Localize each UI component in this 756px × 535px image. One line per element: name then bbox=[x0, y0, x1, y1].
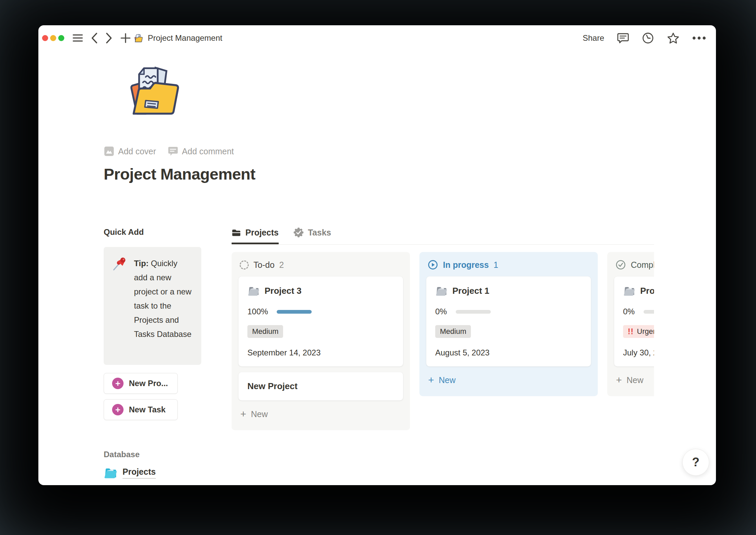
new-project-button[interactable]: + New Pro... bbox=[104, 373, 178, 394]
gray-folder-icon bbox=[247, 285, 260, 296]
share-button[interactable]: Share bbox=[583, 33, 604, 43]
help-button[interactable]: ? bbox=[682, 449, 709, 476]
urgent-icon: !! bbox=[628, 327, 633, 336]
gray-folder-icon bbox=[435, 285, 447, 296]
column-todo: To-do 2 Project 3 bbox=[232, 252, 410, 430]
todo-status-icon bbox=[240, 260, 249, 270]
new-tab-icon[interactable] bbox=[120, 33, 131, 43]
progress-percent: 100% bbox=[247, 307, 268, 316]
more-options-icon[interactable] bbox=[692, 36, 706, 40]
project-card[interactable]: Project 3 100% Medium September 14, 2023 bbox=[238, 276, 403, 367]
new-task-button[interactable]: + New Task bbox=[104, 399, 178, 420]
complete-status-icon bbox=[615, 259, 626, 270]
traffic-lights bbox=[42, 35, 64, 41]
project-card[interactable]: Project 1 0% Medium August 5, 2023 bbox=[426, 276, 591, 367]
title-bar: Project Management Share bbox=[38, 25, 716, 51]
tabs-divider bbox=[232, 244, 654, 245]
quick-add-heading: Quick Add bbox=[104, 227, 201, 237]
plus-icon: + bbox=[240, 409, 246, 419]
card-title: Project 3 bbox=[265, 286, 302, 296]
priority-tag-urgent: !! Urgent bbox=[623, 325, 654, 338]
progress-bar bbox=[644, 310, 654, 314]
project-card[interactable]: Proje 0% !! Urgent July 30, 2 bbox=[614, 276, 654, 367]
progress-percent: 0% bbox=[435, 307, 447, 316]
add-comment-button[interactable]: Add comment bbox=[168, 146, 234, 157]
card-title: Proje bbox=[640, 286, 654, 296]
in-progress-status-icon bbox=[427, 259, 438, 270]
add-card-button[interactable]: + New bbox=[614, 371, 654, 389]
cyan-folder-icon bbox=[104, 467, 117, 479]
progress-percent: 0% bbox=[623, 307, 635, 316]
column-header[interactable]: To-do 2 bbox=[238, 259, 403, 271]
menu-icon[interactable] bbox=[72, 34, 83, 42]
tip-callout: Tip: Quickly add a new project or a new … bbox=[104, 247, 201, 365]
column-header[interactable]: Compl bbox=[614, 259, 654, 271]
due-date: August 5, 2023 bbox=[435, 348, 582, 357]
forward-icon[interactable] bbox=[105, 32, 113, 44]
view-tabs: Projects bbox=[232, 227, 654, 244]
progress-bar bbox=[456, 310, 491, 314]
plus-circle-icon: + bbox=[112, 378, 124, 389]
window-title: Project Management bbox=[148, 33, 222, 43]
priority-tag: Medium bbox=[435, 325, 471, 338]
add-card-button[interactable]: + New bbox=[238, 405, 403, 423]
page-icon[interactable] bbox=[121, 59, 186, 121]
add-cover-button[interactable]: Add cover bbox=[104, 146, 156, 157]
kanban-board: To-do 2 Project 3 bbox=[232, 252, 654, 430]
quick-add-sidebar: Quick Add Tip: Quickly add a new project… bbox=[104, 227, 201, 479]
plus-icon: + bbox=[428, 375, 434, 385]
card-title: New Project bbox=[247, 381, 298, 391]
plus-icon: + bbox=[616, 375, 622, 385]
pushpin-icon bbox=[112, 256, 127, 355]
badge-check-icon bbox=[294, 227, 304, 238]
page-title: Project Management bbox=[104, 165, 255, 183]
board-region: Projects bbox=[232, 227, 654, 479]
due-date: July 30, 2 bbox=[623, 348, 654, 357]
page-mini-icon bbox=[133, 33, 144, 43]
history-icon[interactable] bbox=[642, 32, 654, 44]
priority-tag: Medium bbox=[247, 325, 283, 338]
tab-tasks[interactable]: Tasks bbox=[294, 227, 331, 244]
close-window-button[interactable] bbox=[42, 35, 48, 41]
minimize-window-button[interactable] bbox=[50, 35, 56, 41]
app-window: Project Management Share bbox=[38, 25, 716, 485]
column-header[interactable]: In progress 1 bbox=[426, 259, 591, 271]
back-icon[interactable] bbox=[91, 32, 98, 44]
projects-database-link[interactable]: Projects bbox=[104, 467, 156, 479]
project-card[interactable]: New Project bbox=[238, 372, 403, 401]
column-completed: Compl Proje bbox=[607, 252, 654, 396]
comments-icon[interactable] bbox=[617, 32, 629, 44]
card-title: Project 1 bbox=[452, 286, 489, 296]
column-in-progress: In progress 1 Proj bbox=[419, 252, 598, 396]
due-date: September 14, 2023 bbox=[247, 348, 394, 357]
plus-circle-icon: + bbox=[112, 404, 124, 415]
tip-text: Tip: Quickly add a new project or a new … bbox=[134, 256, 193, 355]
image-icon bbox=[104, 146, 114, 157]
gray-folder-icon bbox=[623, 285, 635, 296]
tab-projects[interactable]: Projects bbox=[232, 228, 279, 244]
favorite-star-icon[interactable] bbox=[667, 32, 680, 44]
progress-bar bbox=[277, 310, 312, 314]
comment-bubble-icon bbox=[168, 146, 178, 157]
add-card-button[interactable]: + New bbox=[426, 371, 591, 389]
database-heading: Database bbox=[104, 450, 201, 459]
zoom-window-button[interactable] bbox=[58, 35, 64, 41]
folder-icon bbox=[232, 228, 241, 237]
